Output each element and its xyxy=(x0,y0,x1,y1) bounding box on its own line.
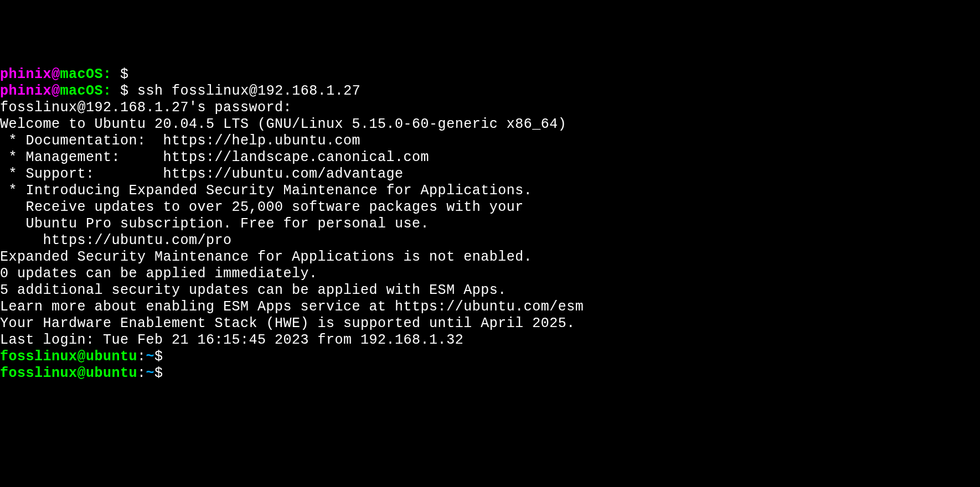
ubuntu-prompt-colon: : xyxy=(137,365,146,381)
password-prompt: fosslinux@192.168.1.27's password: xyxy=(0,100,980,116)
prompt-at: @ xyxy=(51,83,60,99)
ubuntu-prompt-path: ~ xyxy=(146,365,155,381)
ssh-command: ssh fosslinux@192.168.1.27 xyxy=(129,83,361,99)
ubuntu-prompt-colon: : xyxy=(137,349,146,365)
last-login-line: Last login: Tue Feb 21 16:15:45 2023 fro… xyxy=(0,332,980,349)
prompt-space xyxy=(112,83,121,99)
ubuntu-prompt-host: ubuntu xyxy=(86,349,137,365)
prompt-user: phinix xyxy=(0,66,51,82)
management-line: * Management: https://landscape.canonica… xyxy=(0,149,980,166)
esm-intro-1: * Introducing Expanded Security Maintena… xyxy=(0,183,980,199)
prompt-colon: : xyxy=(103,66,112,82)
hwe-line: Your Hardware Enablement Stack (HWE) is … xyxy=(0,315,980,332)
prompt-host: macOS xyxy=(60,83,104,99)
prompt-colon: : xyxy=(103,83,112,99)
ubuntu-prompt-line-2: fosslinux@ubuntu:~$ xyxy=(0,365,980,382)
support-line: * Support: https://ubuntu.com/advantage xyxy=(0,166,980,183)
prompt-dollar: $ xyxy=(120,83,129,99)
prompt-line-1: phinix@macOS: $ xyxy=(0,66,980,83)
prompt-at: @ xyxy=(51,66,60,82)
prompt-line-2: phinix@macOS: $ ssh fosslinux@192.168.1.… xyxy=(0,83,980,100)
ubuntu-prompt-user: fosslinux xyxy=(0,365,78,381)
ubuntu-prompt-at: @ xyxy=(78,349,86,365)
prompt-host: macOS xyxy=(60,66,104,82)
ubuntu-prompt-dollar: $ xyxy=(154,349,163,365)
ubuntu-prompt-user: fosslinux xyxy=(0,349,78,365)
terminal-window[interactable]: phinix@macOS: $phinix@macOS: $ ssh fossl… xyxy=(0,66,980,382)
ubuntu-prompt-host: ubuntu xyxy=(86,365,137,381)
ubuntu-prompt-path: ~ xyxy=(146,349,155,365)
prompt-user: phinix xyxy=(0,83,51,99)
prompt-space xyxy=(112,66,121,82)
esm-apps-2: Learn more about enabling ESM Apps servi… xyxy=(0,299,980,315)
ubuntu-prompt-at: @ xyxy=(78,365,86,381)
welcome-message: Welcome to Ubuntu 20.04.5 LTS (GNU/Linux… xyxy=(0,116,980,133)
ubuntu-prompt-dollar: $ xyxy=(154,365,163,381)
esm-url: https://ubuntu.com/pro xyxy=(0,232,980,249)
prompt-dollar: $ xyxy=(120,66,129,82)
ubuntu-prompt-line-1: fosslinux@ubuntu:~$ xyxy=(0,349,980,365)
esm-apps-1: 5 additional security updates can be app… xyxy=(0,282,980,299)
esm-intro-3: Ubuntu Pro subscription. Free for person… xyxy=(0,216,980,232)
esm-status: Expanded Security Maintenance for Applic… xyxy=(0,249,980,266)
esm-intro-2: Receive updates to over 25,000 software … xyxy=(0,199,980,216)
documentation-line: * Documentation: https://help.ubuntu.com xyxy=(0,133,980,149)
updates-line: 0 updates can be applied immediately. xyxy=(0,266,980,282)
